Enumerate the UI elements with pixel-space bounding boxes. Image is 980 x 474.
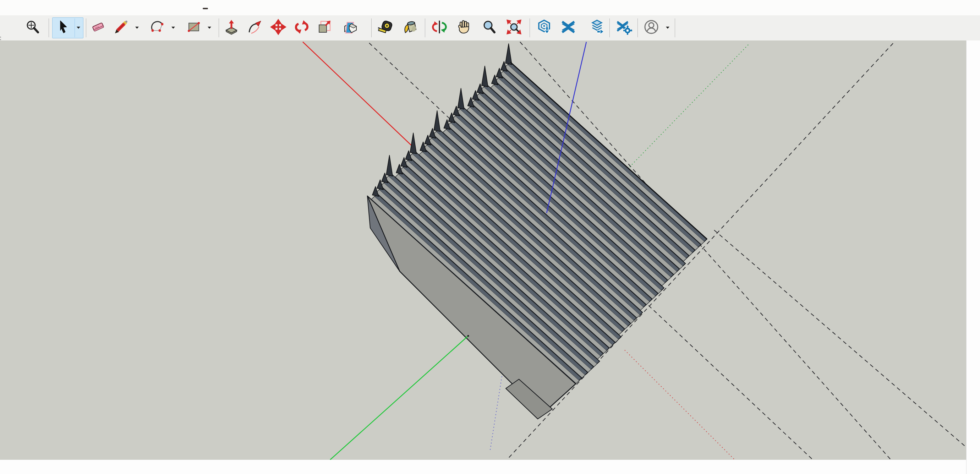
tool-eraser-button[interactable]: ERA — [89, 17, 108, 38]
rotate-icon — [294, 19, 310, 37]
tool-section-plane-button[interactable] — [341, 17, 360, 38]
model-fin-spike — [410, 133, 416, 154]
tool-line-dropdown[interactable] — [134, 17, 140, 38]
toolbar-separator — [609, 19, 610, 37]
toolbar-separator — [530, 19, 530, 37]
tool-account-dropdown[interactable] — [665, 17, 670, 38]
model-fin-spike — [482, 66, 488, 87]
tool-pan-button[interactable] — [454, 17, 474, 38]
tape-measure-icon — [378, 19, 395, 37]
viewport-3d[interactable] — [0, 40, 966, 460]
tool-select-dropdown[interactable] — [76, 17, 81, 38]
tool-zoom-extents-button[interactable] — [504, 17, 523, 38]
green-axis-dotted — [630, 44, 749, 167]
push-pull-icon — [223, 19, 240, 37]
warehouse-3d-icon — [536, 19, 552, 37]
model-fin-spike — [506, 44, 512, 65]
blue-axis-dotted — [490, 376, 502, 450]
right-margin-strip — [966, 40, 980, 474]
share-model-icon — [589, 19, 605, 37]
toolbar-separator — [675, 19, 675, 37]
tool-search-button[interactable] — [23, 17, 42, 38]
chevron-down-icon — [172, 27, 175, 29]
axis-origin-dot — [468, 335, 469, 337]
extension-warehouse-icon — [560, 19, 576, 37]
chevron-down-icon — [208, 27, 211, 29]
move-icon — [270, 19, 286, 37]
section-plane-icon — [342, 19, 359, 37]
bottom-margin-strip — [0, 460, 966, 474]
tool-share-model-button[interactable] — [587, 17, 606, 38]
chevron-down-icon — [666, 27, 670, 29]
screen-artifact-dash — [203, 8, 208, 9]
model-3d-finned-block[interactable] — [368, 44, 707, 419]
toolbar-separator — [219, 19, 219, 37]
tool-paint-bucket-button[interactable] — [401, 17, 420, 38]
model-fin-spike — [386, 155, 393, 176]
tool-move-button[interactable] — [269, 17, 288, 38]
account-icon — [643, 18, 660, 37]
tool-arc-dropdown[interactable] — [170, 17, 176, 38]
tool-push-pull-button[interactable] — [222, 17, 241, 38]
tool-tape-measure-button[interactable] — [377, 17, 396, 38]
select-cursor-icon — [55, 19, 72, 37]
search-icon — [24, 19, 41, 37]
zoom-extents-icon — [506, 19, 522, 37]
getting-started-toolbar: ERA — [0, 15, 980, 41]
chevron-down-icon — [77, 27, 80, 29]
tool-orbit-button[interactable] — [430, 17, 449, 38]
tool-extension-warehouse-button[interactable] — [559, 17, 578, 38]
viewport-canvas[interactable] — [0, 40, 966, 460]
toolbar-separator — [638, 19, 638, 37]
tool-rectangle-button[interactable] — [184, 17, 204, 38]
toolbar-separator — [371, 19, 372, 37]
extension-manager-icon — [616, 19, 632, 37]
tool-scale-button[interactable] — [315, 17, 334, 38]
tool-account-button[interactable] — [642, 17, 661, 38]
pan-hand-icon — [456, 19, 472, 37]
window-top-strip — [0, 0, 980, 15]
tool-follow-me-button[interactable] — [245, 17, 264, 38]
model-fin-spike — [458, 88, 464, 109]
tool-rotate-button[interactable] — [292, 17, 311, 38]
tool-rectangle-dropdown[interactable] — [207, 17, 212, 38]
tool-zoom-button[interactable] — [479, 17, 499, 38]
tool-3d-warehouse-button[interactable] — [535, 17, 554, 38]
arc-icon — [150, 19, 166, 37]
model-fin-spike — [434, 111, 441, 132]
chevron-down-icon — [135, 27, 139, 29]
tool-extension-manager-button[interactable] — [614, 17, 633, 38]
red-axis-dotted — [625, 350, 734, 459]
tool-line-button[interactable] — [112, 17, 131, 38]
axis-red — [303, 42, 415, 148]
toolbar-separator — [86, 19, 86, 37]
dashed-guide-4 — [714, 230, 966, 448]
zoom-icon — [481, 19, 497, 37]
paint-bucket-icon — [402, 19, 418, 37]
scale-icon — [316, 19, 332, 37]
toolbar-separator — [49, 19, 49, 37]
follow-me-icon — [247, 19, 263, 37]
rectangle-icon — [186, 19, 202, 37]
eraser-icon: ERA — [90, 19, 107, 37]
tool-arc-button[interactable] — [148, 17, 167, 38]
toolbar-separator — [425, 19, 425, 37]
tool-select-button[interactable] — [54, 17, 73, 38]
pencil-icon — [113, 19, 130, 37]
orbit-icon — [431, 19, 448, 37]
axis-green — [330, 336, 468, 460]
